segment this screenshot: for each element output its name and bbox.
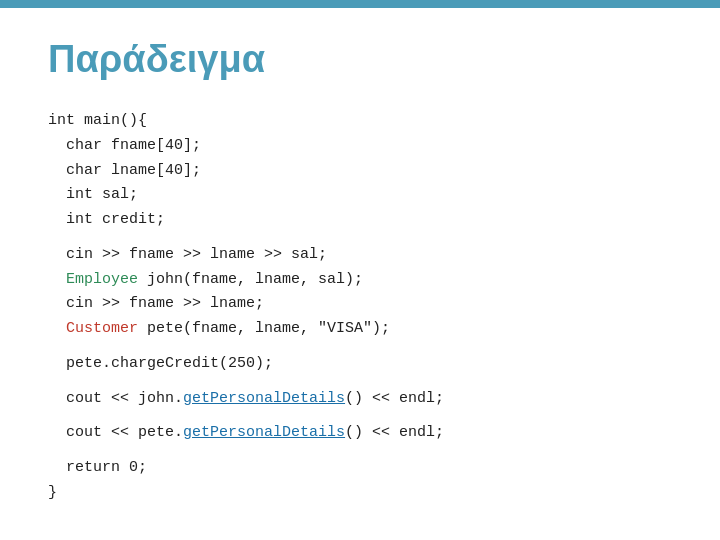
code-line-3: char lname[40]; [48, 159, 672, 184]
code-line-6: cin >> fname >> lname >> sal; [48, 243, 672, 268]
code-line-7: Employee john(fname, lname, sal); [48, 268, 672, 293]
code-gap-4 [48, 411, 672, 421]
code-gap-1 [48, 233, 672, 243]
code-line-5: int credit; [48, 208, 672, 233]
code-line-12: cout << pete.getPersonalDetails() << end… [48, 421, 672, 446]
pete-getpersonal-method: getPersonalDetails [183, 424, 345, 441]
code-gap-2 [48, 342, 672, 352]
code-line-11: cout << john.getPersonalDetails() << end… [48, 387, 672, 412]
john-getpersonal-method: getPersonalDetails [183, 390, 345, 407]
code-line-10: pete.chargeCredit(250); [48, 352, 672, 377]
code-line-1: int main(){ [48, 109, 672, 134]
top-bar [0, 0, 720, 8]
code-gap-5 [48, 446, 672, 456]
code-gap-3 [48, 377, 672, 387]
customer-keyword: Customer [66, 320, 138, 337]
code-block: int main(){ char fname[40]; char lname[4… [48, 109, 672, 506]
code-line-8: cin >> fname >> lname; [48, 292, 672, 317]
code-line-9: Customer pete(fname, lname, "VISA"); [48, 317, 672, 342]
employee-keyword: Employee [66, 271, 138, 288]
code-line-4: int sal; [48, 183, 672, 208]
code-line-2: char fname[40]; [48, 134, 672, 159]
slide: Παράδειγμα int main(){ char fname[40]; c… [0, 0, 720, 540]
code-line-14: } [48, 481, 672, 506]
slide-content: Παράδειγμα int main(){ char fname[40]; c… [0, 8, 720, 526]
code-line-13: return 0; [48, 456, 672, 481]
slide-title: Παράδειγμα [48, 38, 672, 81]
